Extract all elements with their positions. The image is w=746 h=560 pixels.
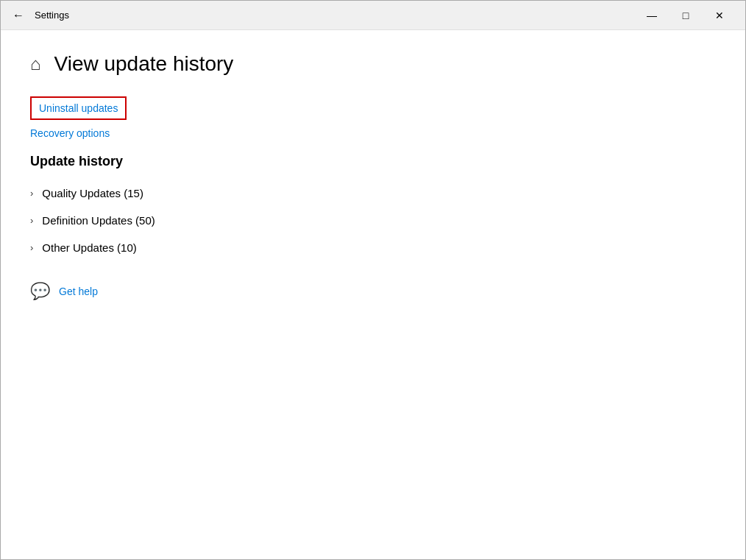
back-button[interactable]: ← — [10, 6, 27, 25]
chevron-definition-icon: › — [30, 215, 33, 226]
other-updates-item[interactable]: › Other Updates (10) — [30, 234, 716, 261]
quality-updates-item[interactable]: › Quality Updates (15) — [30, 180, 716, 207]
definition-updates-label: Definition Updates (50) — [42, 214, 154, 227]
title-bar: ← Settings — □ ✕ — [1, 1, 745, 30]
get-help-link[interactable]: Get help — [59, 286, 98, 297]
update-history-title: Update history — [30, 154, 716, 169]
close-button[interactable]: ✕ — [703, 1, 736, 30]
chevron-other-icon: › — [30, 242, 33, 253]
get-help-section: 💬 Get help — [30, 282, 716, 301]
maximize-button[interactable]: □ — [669, 1, 703, 30]
title-bar-left: ← Settings — [10, 6, 635, 25]
other-updates-label: Other Updates (10) — [42, 241, 136, 254]
minimize-button[interactable]: — — [635, 1, 669, 30]
title-bar-controls: — □ ✕ — [635, 1, 736, 30]
page-title: View update history — [54, 52, 234, 76]
uninstall-updates-link[interactable]: Uninstall updates — [30, 96, 127, 120]
recovery-options-link[interactable]: Recovery options — [30, 127, 716, 139]
window-title: Settings — [35, 10, 69, 21]
quality-updates-label: Quality Updates (15) — [42, 187, 143, 199]
content-area: ⌂ View update history Uninstall updates … — [1, 30, 745, 559]
definition-updates-item[interactable]: › Definition Updates (50) — [30, 207, 716, 234]
update-list: › Quality Updates (15) › Definition Upda… — [30, 180, 716, 261]
help-icon: 💬 — [30, 282, 50, 301]
page-header: ⌂ View update history — [30, 52, 716, 76]
chevron-quality-icon: › — [30, 188, 33, 199]
home-icon: ⌂ — [30, 54, 41, 74]
settings-window: ← Settings — □ ✕ ⌂ View update history U… — [0, 0, 746, 560]
